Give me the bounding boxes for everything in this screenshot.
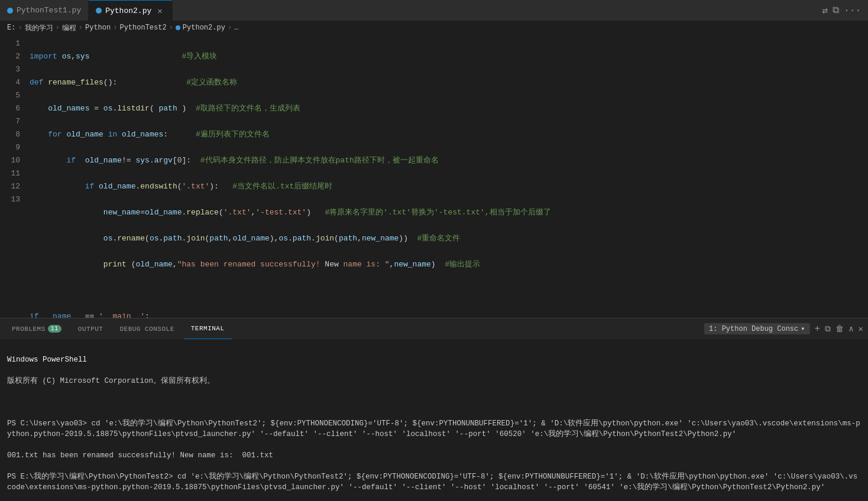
breadcrumb-file: Python2.py: [176, 24, 225, 32]
tab-pythontest1[interactable]: PythonTest1.py: [0, 0, 89, 21]
code-line-1: import os,sys #导入模块: [30, 50, 860, 63]
code-line-8: os.rename(os.path.join(path,old_name),os…: [30, 232, 860, 245]
code-line-2: def rename_files(): #定义函数名称: [30, 76, 860, 89]
split-terminal-icon[interactable]: ⧉: [825, 324, 831, 334]
code-line-3: old_names = os.listdir( path ) #取路径下的文件名…: [30, 102, 860, 115]
tab-output-label: OUTPUT: [78, 326, 103, 333]
terminal-line: Windows PowerShell: [7, 354, 861, 365]
more-actions-icon[interactable]: ···: [844, 5, 861, 16]
code-line-10: [30, 284, 860, 297]
breadcrumb-part: 我的学习: [25, 23, 53, 33]
terminal-selector[interactable]: 1: Python Debug Consc ▾: [704, 323, 809, 334]
tab-bar-actions: ⇄ ⧉ ···: [822, 5, 868, 17]
breadcrumb: E: › 我的学习 › 编程 › Python › PythonTest2 › …: [0, 21, 868, 35]
tab-bar: PythonTest1.py Python2.py ✕ ⇄ ⧉ ···: [0, 0, 868, 21]
terminal-line: [7, 397, 861, 408]
terminal-line: 版权所有 (C) Microsoft Corporation。保留所有权利。: [7, 376, 861, 386]
tab-terminal[interactable]: TERMINAL: [184, 318, 232, 339]
tab-terminal-label: TERMINAL: [191, 325, 225, 332]
maximize-panel-icon[interactable]: ∧: [848, 324, 853, 334]
terminal-content[interactable]: Windows PowerShell 版权所有 (C) Microsoft Co…: [0, 339, 868, 501]
scrollbar: [860, 37, 868, 318]
tab-debug-label: DEBUG CONSOLE: [119, 326, 174, 333]
code-line-6: if old_name.endswith('.txt'): #当文件名以.txt…: [30, 180, 860, 193]
panel-tab-bar: PROBLEMS 11 OUTPUT DEBUG CONSOLE TERMINA…: [0, 318, 868, 339]
code-content[interactable]: import os,sys #导入模块 def rename_files(): …: [30, 37, 860, 318]
breadcrumb-more: …: [234, 24, 238, 32]
line-numbers: 12345 678910 111213: [0, 37, 30, 318]
tab-problems[interactable]: PROBLEMS 11: [5, 318, 69, 339]
breadcrumb-part: 编程: [62, 23, 76, 33]
tab-label-1: PythonTest1.py: [17, 6, 81, 15]
code-container: 12345 678910 111213 import os,sys #导入模块 …: [0, 35, 868, 318]
tab-label-2: Python2.py: [105, 6, 151, 15]
terminal-line: 001.txt has been renamed successfully! N…: [7, 450, 861, 461]
python-icon-1: [7, 8, 13, 14]
sync-icon[interactable]: ⇄: [822, 5, 828, 17]
new-terminal-icon[interactable]: +: [815, 324, 821, 334]
tab-output[interactable]: OUTPUT: [71, 318, 111, 339]
terminal-line: PS C:\Users\yao03> cd 'e:\我的学习\编程\Python…: [7, 418, 861, 440]
kill-terminal-icon[interactable]: 🗑: [835, 324, 844, 334]
editor-area: 12345 678910 111213 import os,sys #导入模块 …: [0, 35, 868, 318]
close-panel-icon[interactable]: ✕: [859, 324, 863, 334]
tab-problems-label: PROBLEMS: [12, 326, 46, 333]
breadcrumb-part: PythonTest2: [119, 24, 166, 32]
code-line-4: for old_name in old_names: #遍历列表下的文件名: [30, 128, 860, 141]
chevron-down-icon: ▾: [801, 324, 805, 333]
breadcrumb-part: Python: [85, 24, 111, 32]
panel-actions: 1: Python Debug Consc ▾ + ⧉ 🗑 ∧ ✕: [704, 323, 863, 334]
panel: PROBLEMS 11 OUTPUT DEBUG CONSOLE TERMINA…: [0, 318, 868, 501]
breadcrumb-part: E:: [7, 24, 15, 32]
tab-debug-console[interactable]: DEBUG CONSOLE: [112, 318, 181, 339]
problems-badge: 11: [48, 325, 61, 333]
terminal-line: PS E:\我的学习\编程\Python\PythonTest2> cd 'e:…: [7, 471, 861, 493]
code-line-9: print (old_name,"has been renamed succes…: [30, 258, 860, 271]
python-icon-2: [96, 8, 102, 14]
split-editor-icon[interactable]: ⧉: [833, 5, 839, 16]
tab-close-button[interactable]: ✕: [155, 5, 164, 17]
code-line-7: new_name=old_name.replace('.txt','-test.…: [30, 206, 860, 219]
code-line-11: if __name__ == '__main__':: [30, 310, 860, 318]
terminal-selector-label: 1: Python Debug Consc: [709, 325, 798, 333]
tab-python2[interactable]: Python2.py ✕: [89, 0, 172, 21]
code-line-5: if old_name!= sys.argv[0]: #代码本身文件路径，防止脚…: [30, 154, 860, 167]
